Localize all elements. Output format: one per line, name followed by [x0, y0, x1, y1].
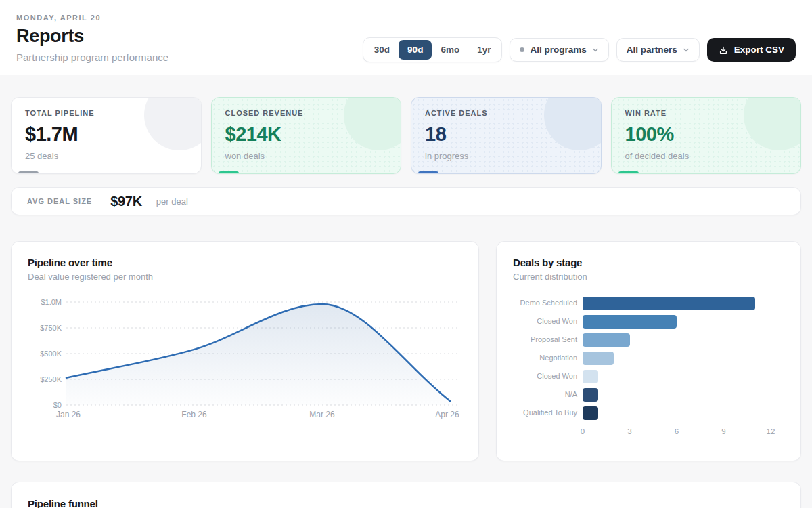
- bar-label: Closed Won: [513, 372, 577, 381]
- kpi-card-total-pipeline: TOTAL PIPELINE $1.7M 25 deals: [11, 97, 202, 174]
- kpi-value: 18: [425, 123, 587, 146]
- kpi-subtext: 25 deals: [25, 151, 187, 161]
- chart-title: Deals by stage: [513, 257, 784, 268]
- deals-by-stage-bar-chart: Demo Scheduled Closed Won Proposal Sent …: [513, 294, 784, 437]
- download-icon: [719, 45, 728, 55]
- kpi-accent-bar: [418, 171, 438, 173]
- x-axis-label: Apr 26: [435, 410, 459, 419]
- bar-row: Qualified To Buy: [513, 404, 784, 422]
- chart-title: Pipeline over time: [28, 257, 462, 268]
- bar-label: Negotiation: [513, 354, 577, 362]
- kpi-value: $1.7M: [25, 123, 187, 146]
- avg-deal-value: $97K: [110, 194, 142, 209]
- bar: [583, 333, 630, 347]
- bar-track: [583, 352, 784, 365]
- partners-filter-label: All partners: [627, 45, 677, 55]
- charts-row: Pipeline over time Deal value registered…: [11, 241, 801, 461]
- export-csv-button[interactable]: Export CSV: [707, 38, 796, 62]
- x-axis-tick: 0: [581, 427, 585, 436]
- main-content: TOTAL PIPELINE $1.7M 25 deals CLOSED REV…: [0, 75, 812, 508]
- x-axis-tick: 9: [721, 427, 725, 436]
- header-controls: 30d 90d 6mo 1yr All programs All partner…: [363, 37, 796, 63]
- chevron-down-icon: [592, 47, 599, 54]
- kpi-card-active-deals: ACTIVE DEALS 18 in progress: [411, 97, 602, 174]
- programs-filter-dropdown[interactable]: All programs: [510, 38, 608, 62]
- page-title: Reports: [16, 26, 168, 47]
- header-left: MONDAY, APRIL 20 Reports Partnership pro…: [16, 14, 168, 63]
- bar-row: N/A: [513, 385, 784, 404]
- kpi-card-win-rate: WIN RATE 100% of decided deals: [611, 97, 802, 174]
- range-option-90d[interactable]: 90d: [399, 40, 432, 60]
- range-toggle: 30d 90d 6mo 1yr: [363, 37, 503, 62]
- bar: [583, 406, 598, 420]
- kpi-accent-bar: [18, 171, 39, 173]
- bar-track: [583, 315, 784, 329]
- avg-deal-subtext: per deal: [156, 196, 188, 207]
- bar-row: Closed Won: [513, 312, 784, 331]
- bar-x-axis: 0 3 6 9 12: [583, 427, 784, 437]
- x-axis-label: Feb 26: [181, 410, 207, 419]
- kpi-label: TOTAL PIPELINE: [25, 109, 187, 117]
- kpi-row: TOTAL PIPELINE $1.7M 25 deals CLOSED REV…: [11, 97, 801, 174]
- x-axis-tick: 3: [627, 427, 631, 436]
- bar: [583, 297, 755, 310]
- page-subtitle: Partnership program performance: [16, 51, 168, 63]
- partners-filter-dropdown[interactable]: All partners: [616, 38, 700, 62]
- bar-track: [583, 406, 784, 420]
- bar-track: [583, 370, 784, 383]
- bar-label: Qualified To Buy: [513, 408, 577, 417]
- bar-row: Negotiation: [513, 349, 784, 367]
- y-axis-labels: $1.0M $750K $500K $250K $0: [40, 298, 62, 409]
- kpi-subtext: of decided deals: [625, 151, 788, 161]
- pipeline-line-chart: $1.0M $750K $500K $250K $0 Jan 26 Feb 26…: [28, 297, 462, 420]
- bar-row: Proposal Sent: [513, 331, 784, 349]
- bar-row: Closed Won: [513, 367, 784, 385]
- kpi-value: 100%: [625, 123, 788, 146]
- x-axis-tick: 6: [675, 427, 679, 436]
- y-axis-label: $250K: [40, 375, 62, 383]
- bar-row: Demo Scheduled: [513, 294, 784, 312]
- bar-track: [583, 333, 784, 347]
- avg-deal-label: AVG DEAL SIZE: [27, 197, 92, 205]
- y-axis-label: $1.0M: [41, 298, 62, 306]
- bar: [583, 315, 677, 329]
- range-option-1yr[interactable]: 1yr: [468, 40, 499, 60]
- y-axis-label: $500K: [40, 350, 62, 358]
- kpi-card-closed-revenue: CLOSED REVENUE $214K won deals: [211, 97, 402, 174]
- kpi-accent-bar: [219, 171, 239, 173]
- y-axis-label: $0: [53, 401, 62, 409]
- chevron-down-icon: [683, 47, 690, 54]
- x-axis-label: Mar 26: [309, 410, 335, 419]
- bar-label: Closed Won: [513, 317, 577, 326]
- bar: [583, 370, 598, 383]
- kpi-value: $214K: [225, 123, 388, 146]
- bar-track: [583, 297, 784, 310]
- y-axis-label: $750K: [40, 324, 62, 332]
- avg-deal-size-card: AVG DEAL SIZE $97K per deal: [11, 187, 801, 215]
- range-option-30d[interactable]: 30d: [365, 40, 399, 60]
- header-date: MONDAY, APRIL 20: [16, 14, 168, 22]
- kpi-label: CLOSED REVENUE: [225, 109, 388, 117]
- bar-track: [583, 388, 784, 402]
- x-axis-tick: 12: [767, 427, 775, 436]
- bar-label: N/A: [513, 390, 577, 399]
- chart-subtitle: Current distribution: [513, 272, 784, 282]
- kpi-subtext: won deals: [225, 151, 388, 161]
- chart-subtitle: Deal value registered per month: [28, 272, 462, 282]
- x-axis-label: Jan 26: [56, 410, 81, 419]
- bar: [583, 352, 614, 365]
- page-header: MONDAY, APRIL 20 Reports Partnership pro…: [0, 0, 812, 75]
- deals-by-stage-card: Deals by stage Current distribution Demo…: [496, 241, 801, 461]
- pipeline-over-time-card: Pipeline over time Deal value registered…: [11, 241, 479, 461]
- kpi-subtext: in progress: [425, 151, 587, 161]
- filter-dot-icon: [520, 47, 524, 52]
- bar-label: Demo Scheduled: [513, 299, 577, 308]
- kpi-accent-bar: [618, 171, 639, 173]
- pipeline-funnel-card: Pipeline funnel: [11, 482, 801, 508]
- kpi-label: ACTIVE DEALS: [425, 109, 587, 117]
- funnel-title: Pipeline funnel: [28, 498, 784, 508]
- series-area: [66, 304, 450, 405]
- range-option-6mo[interactable]: 6mo: [432, 40, 468, 60]
- bar: [583, 388, 598, 402]
- programs-filter-label: All programs: [530, 45, 586, 55]
